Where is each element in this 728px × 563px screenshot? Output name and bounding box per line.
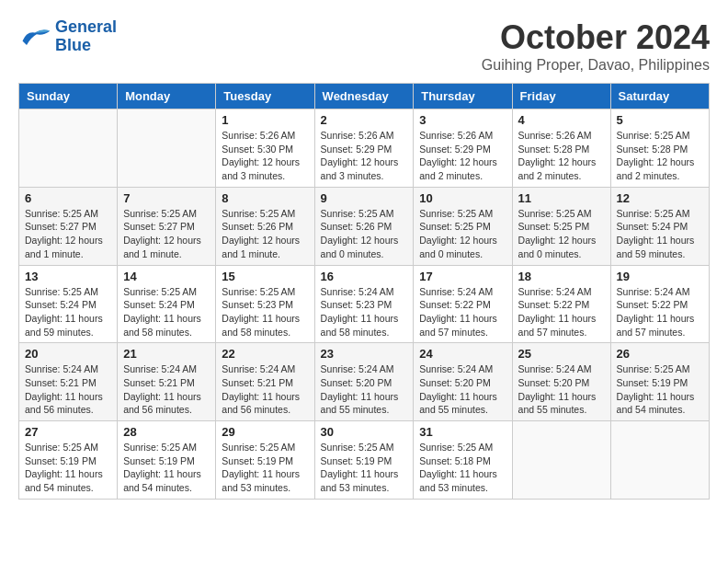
weekday-header: Tuesday	[216, 84, 314, 109]
weekday-header: Friday	[512, 84, 610, 109]
day-number: 21	[123, 347, 210, 361]
weekday-header: Saturday	[610, 84, 709, 109]
day-detail: Sunrise: 5:25 AM Sunset: 5:18 PM Dayligh…	[419, 441, 506, 495]
day-detail: Sunrise: 5:25 AM Sunset: 5:26 PM Dayligh…	[321, 207, 408, 261]
calendar-week-row: 13Sunrise: 5:25 AM Sunset: 5:24 PM Dayli…	[19, 265, 710, 343]
day-number: 15	[222, 270, 308, 283]
day-number: 7	[123, 191, 210, 205]
location-subtitle: Guihing Proper, Davao, Philippines	[482, 57, 710, 74]
calendar-week-row: 6Sunrise: 5:25 AM Sunset: 5:27 PM Daylig…	[19, 187, 710, 265]
calendar-cell: 15Sunrise: 5:25 AM Sunset: 5:23 PM Dayli…	[216, 265, 314, 343]
day-detail: Sunrise: 5:24 AM Sunset: 5:23 PM Dayligh…	[321, 285, 408, 339]
day-number: 6	[25, 191, 111, 205]
calendar-cell: 22Sunrise: 5:24 AM Sunset: 5:21 PM Dayli…	[216, 343, 314, 421]
calendar-cell: 28Sunrise: 5:25 AM Sunset: 5:19 PM Dayli…	[118, 421, 216, 500]
calendar-cell: 9Sunrise: 5:25 AM Sunset: 5:26 PM Daylig…	[314, 187, 414, 265]
day-detail: Sunrise: 5:24 AM Sunset: 5:22 PM Dayligh…	[518, 285, 605, 339]
day-detail: Sunrise: 5:25 AM Sunset: 5:19 PM Dayligh…	[25, 441, 111, 495]
day-detail: Sunrise: 5:25 AM Sunset: 5:19 PM Dayligh…	[617, 362, 703, 417]
logo-bird-icon	[18, 24, 51, 50]
day-detail: Sunrise: 5:25 AM Sunset: 5:24 PM Dayligh…	[25, 285, 111, 339]
calendar-cell: 20Sunrise: 5:24 AM Sunset: 5:21 PM Dayli…	[19, 343, 118, 421]
calendar-cell: 12Sunrise: 5:25 AM Sunset: 5:24 PM Dayli…	[610, 187, 709, 265]
day-detail: Sunrise: 5:26 AM Sunset: 5:30 PM Dayligh…	[222, 129, 308, 183]
day-detail: Sunrise: 5:25 AM Sunset: 5:19 PM Dayligh…	[123, 441, 210, 495]
day-number: 11	[518, 191, 605, 205]
day-detail: Sunrise: 5:25 AM Sunset: 5:26 PM Dayligh…	[222, 207, 308, 261]
day-number: 17	[419, 270, 506, 283]
day-number: 26	[617, 347, 703, 361]
day-number: 28	[123, 425, 210, 439]
calendar-cell: 10Sunrise: 5:25 AM Sunset: 5:25 PM Dayli…	[414, 187, 512, 265]
day-number: 12	[617, 191, 703, 205]
calendar-week-row: 1Sunrise: 5:26 AM Sunset: 5:30 PM Daylig…	[19, 109, 710, 188]
calendar-cell: 19Sunrise: 5:24 AM Sunset: 5:22 PM Dayli…	[610, 265, 709, 343]
day-detail: Sunrise: 5:24 AM Sunset: 5:20 PM Dayligh…	[321, 362, 408, 417]
day-detail: Sunrise: 5:25 AM Sunset: 5:27 PM Dayligh…	[25, 207, 111, 261]
day-detail: Sunrise: 5:25 AM Sunset: 5:24 PM Dayligh…	[617, 207, 703, 261]
weekday-header: Monday	[118, 84, 216, 109]
day-detail: Sunrise: 5:25 AM Sunset: 5:23 PM Dayligh…	[222, 285, 308, 339]
calendar-cell: 30Sunrise: 5:25 AM Sunset: 5:19 PM Dayli…	[314, 421, 414, 500]
day-number: 14	[123, 270, 210, 283]
calendar-cell	[610, 421, 709, 500]
day-detail: Sunrise: 5:24 AM Sunset: 5:20 PM Dayligh…	[518, 362, 605, 417]
page-header: General Blue October 2024 Guihing Proper…	[18, 18, 710, 74]
day-number: 23	[321, 347, 408, 361]
logo-line1: General	[55, 17, 117, 36]
title-block: October 2024 Guihing Proper, Davao, Phil…	[482, 18, 710, 74]
calendar-week-row: 27Sunrise: 5:25 AM Sunset: 5:19 PM Dayli…	[19, 421, 710, 500]
calendar-cell	[118, 109, 216, 188]
calendar-cell: 16Sunrise: 5:24 AM Sunset: 5:23 PM Dayli…	[314, 265, 414, 343]
calendar-cell: 21Sunrise: 5:24 AM Sunset: 5:21 PM Dayli…	[118, 343, 216, 421]
calendar-week-row: 20Sunrise: 5:24 AM Sunset: 5:21 PM Dayli…	[19, 343, 710, 421]
calendar-cell: 13Sunrise: 5:25 AM Sunset: 5:24 PM Dayli…	[19, 265, 118, 343]
day-number: 29	[222, 425, 308, 439]
calendar-cell: 31Sunrise: 5:25 AM Sunset: 5:18 PM Dayli…	[414, 421, 512, 500]
day-detail: Sunrise: 5:26 AM Sunset: 5:29 PM Dayligh…	[321, 129, 408, 183]
day-detail: Sunrise: 5:24 AM Sunset: 5:21 PM Dayligh…	[25, 362, 111, 417]
day-number: 4	[518, 113, 605, 127]
day-detail: Sunrise: 5:24 AM Sunset: 5:21 PM Dayligh…	[222, 362, 308, 417]
calendar-cell: 18Sunrise: 5:24 AM Sunset: 5:22 PM Dayli…	[512, 265, 610, 343]
calendar-cell: 17Sunrise: 5:24 AM Sunset: 5:22 PM Dayli…	[414, 265, 512, 343]
day-number: 1	[222, 113, 308, 127]
month-title: October 2024	[482, 18, 710, 57]
day-detail: Sunrise: 5:26 AM Sunset: 5:29 PM Dayligh…	[419, 129, 506, 183]
day-number: 5	[617, 113, 703, 127]
calendar-cell: 8Sunrise: 5:25 AM Sunset: 5:26 PM Daylig…	[216, 187, 314, 265]
day-detail: Sunrise: 5:24 AM Sunset: 5:20 PM Dayligh…	[419, 362, 506, 417]
day-number: 24	[419, 347, 506, 361]
day-number: 3	[419, 113, 506, 127]
day-number: 22	[222, 347, 308, 361]
day-number: 16	[321, 270, 408, 283]
day-detail: Sunrise: 5:24 AM Sunset: 5:22 PM Dayligh…	[617, 285, 703, 339]
calendar-cell: 11Sunrise: 5:25 AM Sunset: 5:25 PM Dayli…	[512, 187, 610, 265]
logo: General Blue	[18, 18, 117, 55]
logo-line2: Blue	[55, 36, 91, 54]
day-number: 13	[25, 270, 111, 283]
calendar-cell	[19, 109, 118, 188]
day-number: 18	[518, 270, 605, 283]
calendar-cell: 5Sunrise: 5:25 AM Sunset: 5:28 PM Daylig…	[610, 109, 709, 188]
day-detail: Sunrise: 5:24 AM Sunset: 5:21 PM Dayligh…	[123, 362, 210, 417]
day-number: 27	[25, 425, 111, 439]
day-detail: Sunrise: 5:25 AM Sunset: 5:25 PM Dayligh…	[419, 207, 506, 261]
calendar-cell: 1Sunrise: 5:26 AM Sunset: 5:30 PM Daylig…	[216, 109, 314, 188]
weekday-header: Sunday	[19, 84, 118, 109]
calendar-header-row: SundayMondayTuesdayWednesdayThursdayFrid…	[19, 84, 710, 109]
calendar-cell: 26Sunrise: 5:25 AM Sunset: 5:19 PM Dayli…	[610, 343, 709, 421]
day-detail: Sunrise: 5:25 AM Sunset: 5:19 PM Dayligh…	[222, 441, 308, 495]
day-detail: Sunrise: 5:25 AM Sunset: 5:19 PM Dayligh…	[321, 441, 408, 495]
day-number: 20	[25, 347, 111, 361]
day-detail: Sunrise: 5:24 AM Sunset: 5:22 PM Dayligh…	[419, 285, 506, 339]
calendar-cell: 27Sunrise: 5:25 AM Sunset: 5:19 PM Dayli…	[19, 421, 118, 500]
calendar-cell: 24Sunrise: 5:24 AM Sunset: 5:20 PM Dayli…	[414, 343, 512, 421]
weekday-header: Thursday	[414, 84, 512, 109]
calendar-cell: 7Sunrise: 5:25 AM Sunset: 5:27 PM Daylig…	[118, 187, 216, 265]
day-detail: Sunrise: 5:25 AM Sunset: 5:24 PM Dayligh…	[123, 285, 210, 339]
day-detail: Sunrise: 5:26 AM Sunset: 5:28 PM Dayligh…	[518, 129, 605, 183]
day-number: 2	[321, 113, 408, 127]
day-number: 30	[321, 425, 408, 439]
weekday-header: Wednesday	[314, 84, 414, 109]
